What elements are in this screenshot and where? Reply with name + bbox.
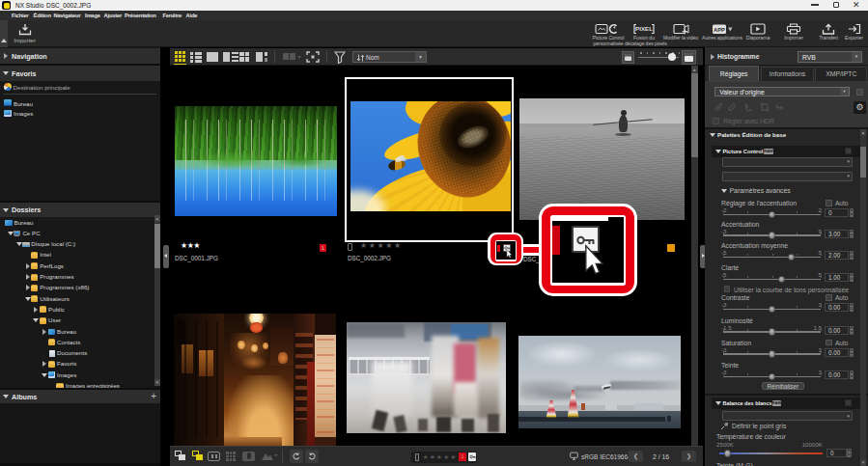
svg-text:PIXEL: PIXEL — [635, 25, 653, 32]
svg-text:APP: APP — [714, 27, 725, 33]
